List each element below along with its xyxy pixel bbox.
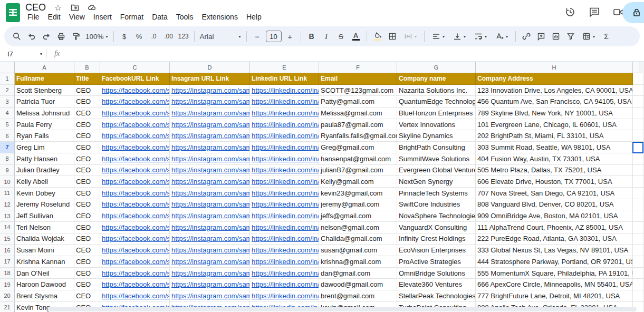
comments-icon[interactable] xyxy=(588,6,602,19)
cell-linkedin-link[interactable]: https://linkedin.com/in/sa xyxy=(252,155,319,163)
cell-instagram[interactable]: https://instagram.com/samp xyxy=(170,119,250,131)
cell-instagram[interactable]: https://instagram.com/samp xyxy=(170,268,250,279)
cell-fullname[interactable]: Paula Ferry xyxy=(15,119,74,131)
cell-address[interactable]: 789 Skyline Blvd, New York, NY 10001, US… xyxy=(476,108,633,119)
cell-i[interactable] xyxy=(633,85,644,96)
paint-format-icon[interactable] xyxy=(69,29,83,44)
cell-fullname[interactable]: Melissa Johnsrud xyxy=(15,108,74,119)
cell-linkedin[interactable]: https://linkedin.com/in/sa xyxy=(250,130,319,142)
column-header-E[interactable]: E xyxy=(250,62,319,73)
row-header-7[interactable]: 7 xyxy=(0,142,15,153)
row-header-15[interactable]: 15 xyxy=(0,233,15,245)
cell-i[interactable] xyxy=(633,233,644,245)
cell-address[interactable]: 666 ApexCore Circle, Minneapolis, MN 554… xyxy=(476,279,633,290)
insert-comment-icon[interactable] xyxy=(534,29,549,44)
cell-email[interactable]: Chalida@gmail.com xyxy=(319,233,397,245)
menu-format[interactable]: Format xyxy=(116,11,148,23)
cell-instagram-link[interactable]: https://instagram.com/samp xyxy=(171,155,250,163)
redo-icon[interactable] xyxy=(39,29,54,44)
cell-linkedin[interactable]: https://linkedin.com/in/sa xyxy=(250,176,319,188)
cell-company[interactable]: Skyline Dynamics xyxy=(397,130,476,142)
header-cell-linkedin-url-link[interactable]: Linkedin URL Link xyxy=(250,73,319,85)
cell-instagram[interactable]: https://instagram.com/samp xyxy=(170,279,250,290)
cell-linkedin-link[interactable]: https://linkedin.com/in/sa xyxy=(252,212,319,220)
cell-title[interactable]: CEO xyxy=(74,119,100,131)
cell-fullname[interactable]: Greg Lim xyxy=(15,142,74,153)
cell-facebook-link[interactable]: https://facebook.com/sa xyxy=(102,292,170,300)
zoom-select[interactable]: 100%▾ xyxy=(83,33,110,41)
menu-file[interactable]: File xyxy=(23,11,44,23)
cell-company[interactable]: BrightPath Consulting xyxy=(397,142,476,153)
cell-company[interactable]: Elevate360 Ventures xyxy=(397,279,476,290)
cell-address[interactable]: 123 Innovation Drive, Los Angeles, CA 90… xyxy=(476,85,633,96)
cell-i[interactable] xyxy=(633,279,644,290)
cell-facebook[interactable]: https://facebook.com/sa xyxy=(100,119,170,131)
more-formats-button[interactable]: 123 xyxy=(176,29,191,44)
cell-linkedin-link[interactable]: https://linkedin.com/in/sa xyxy=(252,258,319,266)
cell-address[interactable]: 303 Summit Road, Seattle, WA 98101, USA xyxy=(476,142,633,153)
cell-facebook[interactable]: https://facebook.com/sa xyxy=(100,210,170,222)
cell-instagram-link[interactable]: https://instagram.com/samp xyxy=(171,212,250,220)
menu-help[interactable]: Help xyxy=(242,11,266,23)
strikethrough-button[interactable]: S xyxy=(334,29,349,44)
cell-instagram[interactable]: https://instagram.com/samp xyxy=(170,210,250,222)
cell-i[interactable] xyxy=(633,188,644,199)
cell-instagram[interactable]: https://instagram.com/samp xyxy=(170,96,250,108)
header-cell-insagram-url-link[interactable]: Insagram URL Link xyxy=(170,73,250,85)
cell-linkedin[interactable]: https://linkedin.com/in/sa xyxy=(250,256,319,268)
cell-instagram-link[interactable]: https://instagram.com/samp xyxy=(171,280,250,288)
cell-address[interactable]: 333 Global Nexus St, Las Vegas, NV 89101… xyxy=(476,245,633,256)
cell-linkedin[interactable]: https://linkedin.com/in/sa xyxy=(250,188,319,199)
cell-title[interactable]: CEO xyxy=(74,199,100,211)
cell-i[interactable] xyxy=(633,199,644,211)
cell-linkedin-link[interactable]: https://linkedin.com/in/sa xyxy=(252,132,319,140)
cell-facebook-link[interactable]: https://facebook.com/sa xyxy=(102,280,170,288)
cell-company[interactable]: PinnacleTech Systems xyxy=(397,188,476,199)
cell-linkedin-link[interactable]: https://linkedin.com/in/sa xyxy=(252,280,319,288)
cell-instagram[interactable]: https://instagram.com/samp xyxy=(170,142,250,153)
cell-title[interactable]: CEO xyxy=(74,256,100,268)
row-header-20[interactable]: 20 xyxy=(0,290,15,302)
cell-facebook-link[interactable]: https://facebook.com/sa xyxy=(102,121,170,129)
cell-facebook[interactable]: https://facebook.com/sa xyxy=(100,290,170,302)
filter-icon[interactable] xyxy=(563,29,578,44)
cell-fullname[interactable]: Dan O'Neil xyxy=(15,268,74,279)
link-icon[interactable] xyxy=(519,29,534,44)
cell-company[interactable]: Evergreen Global Ventures xyxy=(397,165,476,177)
cell-fullname[interactable]: Kevin Dobey xyxy=(15,188,74,199)
cell-linkedin-link[interactable]: https://linkedin.com/in/sa xyxy=(252,166,319,174)
cell-title[interactable]: CEO xyxy=(74,153,100,165)
cell-facebook-link[interactable]: https://facebook.com/sa xyxy=(102,97,170,105)
menu-tools[interactable]: Tools xyxy=(172,11,198,23)
cell-i[interactable] xyxy=(633,210,644,222)
cell-linkedin[interactable]: https://linkedin.com/in/sa xyxy=(250,108,319,119)
row-header-13[interactable]: 13 xyxy=(0,210,15,222)
header-cell-company-address[interactable]: Company Address xyxy=(476,73,633,85)
cell-facebook[interactable]: https://facebook.com/sa xyxy=(100,85,170,96)
row-header-2[interactable]: 2 xyxy=(0,85,15,96)
row-header-18[interactable]: 18 xyxy=(0,268,15,279)
cell-facebook[interactable]: https://facebook.com/sa xyxy=(100,142,170,153)
cell-fullname[interactable]: Patty Hansen xyxy=(15,153,74,165)
format-currency-button[interactable]: $ xyxy=(117,29,132,44)
cell-email[interactable]: nelson@gmail.com xyxy=(319,222,397,233)
cell-linkedin-link[interactable]: https://linkedin.com/in/sa xyxy=(252,189,319,197)
cell-linkedin[interactable]: https://linkedin.com/in/sa xyxy=(250,119,319,131)
cell-address[interactable]: 808 Vanguard Blvd, Denver, CO 80201, USA xyxy=(476,199,633,211)
cell-instagram-link[interactable]: https://instagram.com/samp xyxy=(171,109,250,117)
row-header-16[interactable]: 16 xyxy=(0,245,15,256)
cell-title[interactable]: CEO xyxy=(74,85,100,96)
header-cell-facebookurl-link[interactable]: FacebookURL Link xyxy=(100,73,170,85)
cell-linkedin-link[interactable]: https://linkedin.com/in/sa xyxy=(252,235,319,242)
cell-fullname[interactable]: Kelly Abell xyxy=(15,176,74,188)
cell-facebook[interactable]: https://facebook.com/sa xyxy=(100,130,170,142)
cell-address[interactable]: 606 Elevate Drive, Houston, TX 77001, US… xyxy=(476,176,633,188)
text-rotate-icon[interactable]: ▾ xyxy=(491,29,512,44)
cell-email[interactable]: dan@gmail.com xyxy=(319,268,397,279)
cell-facebook[interactable]: https://facebook.com/sa xyxy=(100,268,170,279)
header-cell-company-name[interactable]: Company name xyxy=(397,73,476,85)
cell-title[interactable]: CEO xyxy=(74,279,100,290)
cell-linkedin-link[interactable]: https://linkedin.com/in/sa xyxy=(252,97,319,105)
cell-facebook[interactable]: https://facebook.com/sa xyxy=(100,222,170,233)
select-all-corner[interactable] xyxy=(0,62,15,73)
